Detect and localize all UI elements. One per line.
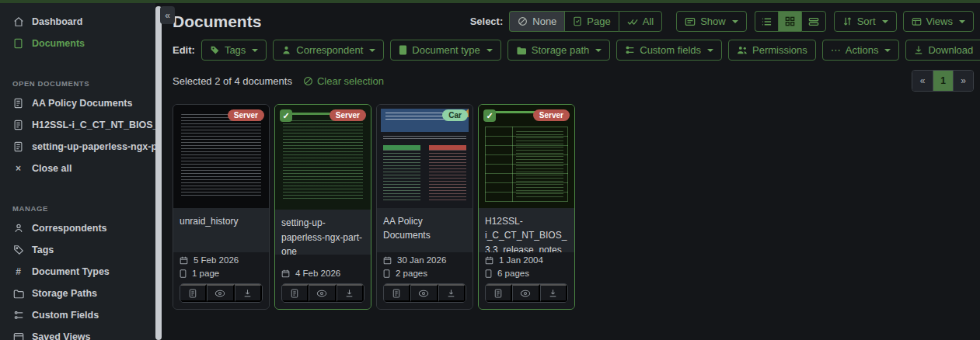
edit-tags-button[interactable]: Tags: [201, 40, 267, 61]
chevron-down-icon: [707, 49, 713, 52]
chevron-down-icon: [884, 49, 891, 52]
download-document-button[interactable]: [337, 284, 364, 302]
edit-label: Edit:: [173, 44, 195, 56]
sidebar-item-saved-views[interactable]: Saved Views: [12, 326, 155, 340]
edit-correspondent-label: Correspondent: [296, 44, 363, 56]
preview-document-button[interactable]: [512, 284, 539, 302]
document-meta: 1 Jan 2004 6 pages: [479, 252, 574, 279]
sidebar-item-label: Custom Fields: [32, 310, 99, 321]
document-title[interactable]: H12SSL-i_C_CT_NT_BIOS_3.3_release_notes: [479, 208, 574, 252]
edit-document-type-button[interactable]: Document type: [390, 40, 500, 61]
select-none-button[interactable]: None: [509, 11, 564, 32]
preview-document-button[interactable]: [207, 284, 234, 302]
tag-badge[interactable]: Server: [228, 109, 264, 121]
grid-view-button[interactable]: [778, 11, 801, 32]
top-progress-strip: [0, 0, 980, 3]
chevron-down-icon: [732, 20, 738, 23]
document-card: Server unraid_history 5 Feb 2026 1 page: [173, 104, 270, 310]
select-page-button[interactable]: Page: [564, 11, 618, 32]
download-document-button[interactable]: [540, 284, 567, 302]
sidebar-scrollbar[interactable]: [155, 6, 162, 340]
folder-icon: [12, 288, 24, 300]
people-icon: [737, 45, 748, 55]
edit-document-button[interactable]: [180, 284, 207, 302]
sidebar-item-document-types[interactable]: # Document Types: [12, 261, 155, 283]
chevron-down-icon: [959, 20, 965, 23]
tag-badge[interactable]: Car: [442, 109, 468, 121]
document-date: 30 Jan 2026: [397, 255, 446, 265]
document-actions: [275, 279, 371, 309]
document-title[interactable]: unraid_history: [173, 208, 269, 252]
document-title[interactable]: setting-up-paperless-ngx-part-one: [275, 210, 371, 255]
select-all-button[interactable]: All: [619, 11, 662, 32]
select-none-label: None: [532, 16, 556, 27]
download-button[interactable]: Download: [905, 40, 980, 61]
sidebar-item-custom-fields[interactable]: Custom Fields: [12, 304, 155, 326]
views-icon: [912, 17, 922, 26]
selected-checkbox[interactable]: ✓: [483, 109, 496, 122]
edit-custom-fields-label: Custom fields: [640, 44, 701, 56]
manage-header: MANAGE: [12, 204, 155, 213]
tag-badge[interactable]: Server: [533, 109, 570, 121]
preview-document-button[interactable]: [309, 284, 336, 302]
grid-view-icon: [785, 16, 795, 26]
views-dropdown-button[interactable]: Views: [903, 11, 974, 32]
tag-badge[interactable]: Server: [330, 109, 366, 121]
document-thumbnail[interactable]: Car: [377, 105, 473, 208]
edit-storage-path-button[interactable]: Storage path: [507, 40, 610, 61]
edit-correspondent-button[interactable]: Correspondent: [273, 40, 384, 61]
download-document-button[interactable]: [235, 284, 262, 302]
pagination-next[interactable]: »: [953, 71, 973, 91]
sort-label: Sort: [857, 16, 876, 27]
sidebar-item-documents[interactable]: Documents: [12, 33, 155, 54]
show-dropdown-button[interactable]: Show: [676, 11, 747, 32]
sidebar-item-storage-paths[interactable]: Storage Paths: [12, 283, 155, 304]
sidebar-open-doc-3[interactable]: setting-up-paperless-ngx-part-one: [12, 136, 155, 158]
document-thumbnail[interactable]: ✓ Server: [275, 105, 371, 210]
document-card: ✓ Server setting-up-paperless-ngx-part-o…: [274, 104, 371, 310]
window-icon: [12, 331, 24, 340]
list-view-button[interactable]: [755, 11, 778, 32]
thumbnail-text-lines: [516, 131, 563, 197]
detail-view-button[interactable]: [801, 11, 826, 32]
sidebar-open-doc-1[interactable]: AA Policy Documents: [12, 92, 155, 114]
sidebar-close-all[interactable]: × Close all: [12, 158, 155, 179]
pagination-prev[interactable]: «: [912, 71, 933, 91]
sidebar: Dashboard Documents OPEN DOCUMENTS AA Po…: [0, 0, 155, 340]
detail-view-icon: [808, 17, 819, 26]
sort-dropdown-button[interactable]: Sort: [834, 11, 897, 32]
download-document-button[interactable]: [438, 284, 466, 302]
edit-document-button[interactable]: [282, 284, 309, 302]
tag-icon: [210, 45, 220, 55]
clear-selection-link[interactable]: Clear selection: [303, 75, 384, 87]
edit-document-button[interactable]: [384, 284, 410, 302]
actions-dropdown-button[interactable]: ⋯ Actions: [822, 40, 900, 61]
edit-permissions-button[interactable]: Permissions: [728, 40, 816, 61]
sidebar-item-label: Storage Paths: [32, 288, 97, 299]
pagination: « 1 »: [912, 70, 974, 92]
file-icon: [12, 38, 24, 50]
toggles-icon: [625, 45, 635, 55]
calendar-icon: [180, 256, 188, 265]
sidebar-item-dashboard[interactable]: Dashboard: [12, 11, 155, 33]
selected-checkbox[interactable]: ✓: [280, 109, 292, 122]
document-title[interactable]: AA Policy Documents: [377, 208, 473, 252]
sidebar-open-doc-2[interactable]: H12SSL-i_C_CT_NT_BIOS_3.3_rele...: [12, 114, 155, 136]
sidebar-collapse-button[interactable]: «: [160, 6, 175, 24]
document-thumbnail[interactable]: Server: [173, 105, 269, 208]
edit-custom-fields-button[interactable]: Custom fields: [616, 40, 722, 61]
person-icon: [281, 45, 291, 55]
actions-label: Actions: [846, 44, 879, 56]
document-thumbnail[interactable]: ✓ Server: [479, 105, 574, 208]
sidebar-item-label: Document Types: [32, 266, 110, 277]
card-text-icon: [685, 17, 696, 26]
open-doc-label: AA Policy Documents: [32, 98, 132, 109]
preview-document-button[interactable]: [410, 284, 438, 302]
check-all-icon: [627, 17, 638, 26]
folder-icon: [516, 46, 527, 55]
edit-document-button[interactable]: [486, 284, 512, 302]
edit-storage-path-label: Storage path: [532, 44, 589, 56]
sidebar-item-correspondents[interactable]: Correspondents: [12, 217, 155, 239]
sidebar-item-tags[interactable]: Tags: [12, 239, 155, 261]
pagination-page-1[interactable]: 1: [933, 71, 953, 91]
